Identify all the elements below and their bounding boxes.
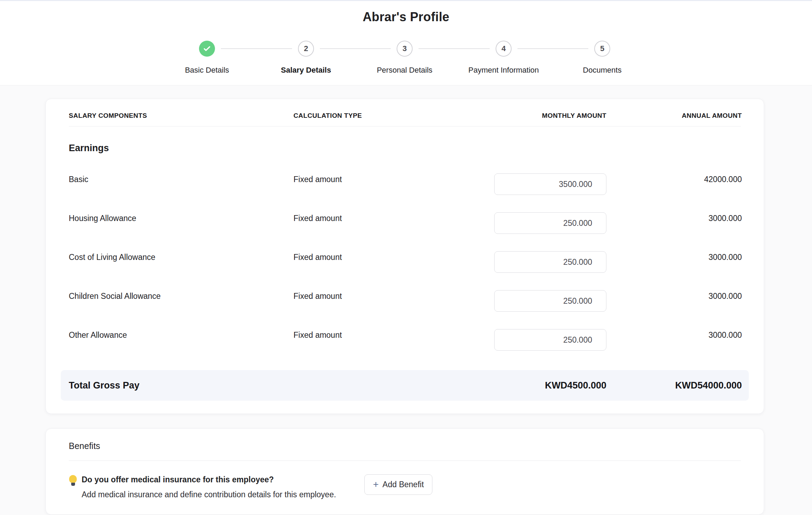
table-row-children-social-allowance: Children Social Allowance Fixed amount 3…	[69, 281, 741, 320]
monthly-amount-input[interactable]	[494, 290, 606, 312]
total-annual-amount: KWD54000.000	[606, 380, 742, 391]
annual-amount: 42000.000	[606, 175, 742, 184]
benefits-section-title: Benefits	[69, 429, 741, 452]
annual-amount: 3000.000	[606, 253, 742, 262]
monthly-amount-input[interactable]	[494, 329, 606, 351]
medical-insurance-description: Add medical insurance and define contrib…	[82, 489, 364, 500]
calculation-type: Fixed amount	[293, 330, 494, 340]
component-name: Children Social Allowance	[69, 292, 293, 301]
table-row-housing-allowance: Housing Allowance Fixed amount 3000.000	[69, 204, 741, 243]
earnings-section-title: Earnings	[69, 144, 741, 153]
step-number: 2	[304, 44, 308, 53]
annual-amount: 3000.000	[606, 214, 742, 223]
step-number: 5	[600, 44, 604, 53]
column-header-annual-amount: ANNUAL AMOUNT	[606, 112, 742, 120]
table-row-cost-of-living-allowance: Cost of Living Allowance Fixed amount 30…	[69, 243, 741, 281]
step-label: Payment Information	[455, 65, 552, 75]
step-personal-details[interactable]: 3 Personal Details	[356, 41, 453, 75]
column-header-calculation-type: CALCULATION TYPE	[293, 112, 494, 120]
add-benefit-button[interactable]: + Add Benefit	[364, 474, 432, 495]
calculation-type: Fixed amount	[293, 292, 494, 301]
step-label: Personal Details	[356, 65, 453, 75]
check-icon	[202, 44, 212, 53]
divider	[69, 460, 741, 461]
monthly-amount-input[interactable]	[494, 251, 606, 273]
step-number-circle[interactable]: 5	[594, 41, 610, 57]
monthly-amount-input[interactable]	[494, 173, 606, 195]
lightbulb-icon	[69, 475, 77, 486]
annual-amount: 3000.000	[606, 330, 742, 340]
total-monthly-amount: KWD4500.000	[494, 380, 606, 391]
step-label: Salary Details	[257, 65, 355, 75]
step-payment-information[interactable]: 4 Payment Information	[455, 41, 552, 75]
step-number-circle[interactable]: 3	[397, 41, 413, 57]
step-number: 3	[403, 44, 407, 53]
total-gross-pay-row: Total Gross Pay KWD4500.000 KWD54000.000	[61, 370, 749, 401]
component-name: Cost of Living Allowance	[69, 253, 293, 262]
page-title: Abrar's Profile	[0, 10, 812, 24]
benefits-card: Benefits Do you offer medical insurance …	[45, 428, 764, 515]
step-label: Basic Details	[158, 65, 256, 75]
step-number-circle[interactable]: 4	[496, 41, 512, 57]
component-name: Basic	[69, 175, 293, 184]
add-benefit-label: Add Benefit	[382, 480, 424, 489]
annual-amount: 3000.000	[606, 292, 742, 301]
component-name: Other Allowance	[69, 330, 293, 340]
medical-insurance-prompt-row: Do you offer medical insurance for this …	[69, 474, 741, 500]
step-number: 4	[502, 44, 506, 53]
step-number-circle[interactable]: 2	[298, 41, 314, 57]
plus-icon: +	[373, 480, 379, 489]
step-basic-details[interactable]: Basic Details	[158, 41, 256, 75]
step-salary-details[interactable]: 2 Salary Details	[257, 41, 355, 75]
calculation-type: Fixed amount	[293, 175, 494, 184]
wizard-header: Abrar's Profile Basic Details 2 Salary D…	[0, 1, 812, 85]
salary-table-header: SALARY COMPONENTS CALCULATION TYPE MONTH…	[69, 99, 741, 126]
medical-insurance-question: Do you offer medical insurance for this …	[82, 474, 364, 485]
column-header-monthly-amount: MONTHLY AMOUNT	[494, 112, 606, 120]
salary-components-card: SALARY COMPONENTS CALCULATION TYPE MONTH…	[45, 99, 764, 414]
table-row-other-allowance: Other Allowance Fixed amount 3000.000	[69, 320, 741, 359]
step-documents[interactable]: 5 Documents	[554, 41, 651, 75]
monthly-amount-input[interactable]	[494, 212, 606, 234]
step-label: Documents	[554, 65, 651, 75]
step-completed-check-icon[interactable]	[199, 41, 215, 57]
total-gross-pay-label: Total Gross Pay	[69, 380, 293, 391]
table-row-basic: Basic Fixed amount 42000.000	[69, 165, 741, 204]
calculation-type: Fixed amount	[293, 214, 494, 223]
calculation-type: Fixed amount	[293, 253, 494, 262]
column-header-salary-components: SALARY COMPONENTS	[69, 112, 293, 120]
component-name: Housing Allowance	[69, 214, 293, 223]
salary-rows: Basic Fixed amount 42000.000 Housing All…	[69, 165, 741, 359]
